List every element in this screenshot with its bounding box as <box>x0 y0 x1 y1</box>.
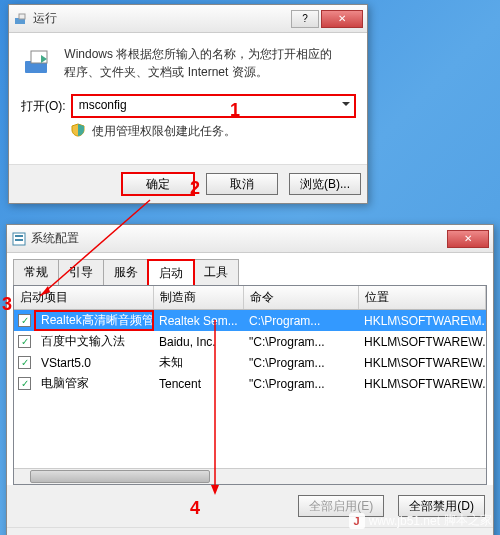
admin-notice-row: 使用管理权限创建此任务。 <box>71 123 355 140</box>
run-icon <box>13 11 29 27</box>
open-field-row: 打开(O): msconfig <box>21 95 355 117</box>
col-item[interactable]: 启动项目 <box>14 286 154 309</box>
cell-cmd: "C:\Program... <box>243 376 358 392</box>
cancel-button[interactable]: 取消 <box>206 173 278 195</box>
ok-button[interactable]: 确定 <box>122 173 194 195</box>
open-value: msconfig <box>79 98 127 112</box>
shield-icon <box>71 123 85 137</box>
msconfig-close-button[interactable]: ✕ <box>447 230 489 248</box>
msconfig-titlebar[interactable]: 系统配置 ✕ <box>7 225 493 253</box>
msconfig-icon <box>11 231 27 247</box>
run-body: Windows 将根据您所输入的名称，为您打开相应的程序、文件夹、文档或 Int… <box>9 33 367 164</box>
cell-mfr: Tencent <box>153 376 243 392</box>
startup-list: 启动项目 制造商 命令 位置 ✓Realtek高清晰音频管理器Realtek S… <box>13 285 487 485</box>
tab-startup[interactable]: 启动 <box>148 260 194 286</box>
open-label: 打开(O): <box>21 98 66 115</box>
col-cmd[interactable]: 命令 <box>244 286 359 309</box>
svg-rect-3 <box>31 51 47 63</box>
msconfig-title: 系统配置 <box>31 230 445 247</box>
checkbox[interactable]: ✓ <box>18 335 31 348</box>
cell-item: Realtek高清晰音频管理器 <box>35 311 153 330</box>
table-row[interactable]: ✓VStart5.0未知"C:\Program...HKLM\SOFTWARE\… <box>14 352 486 373</box>
horizontal-scrollbar[interactable] <box>14 468 486 484</box>
cell-mfr: 未知 <box>153 353 243 372</box>
watermark-logo: J <box>349 513 365 529</box>
checkbox[interactable]: ✓ <box>18 356 31 369</box>
open-combobox[interactable]: msconfig <box>72 95 355 117</box>
col-loc[interactable]: 位置 <box>359 286 486 309</box>
checkbox[interactable]: ✓ <box>18 377 31 390</box>
cell-mfr: Baidu, Inc. <box>153 334 243 350</box>
cell-cmd: C:\Program... <box>243 313 358 329</box>
cell-item: VStart5.0 <box>35 355 153 371</box>
cell-loc: HKLM\SOFTWARE\W... <box>358 376 486 392</box>
watermark: J www.jb51.net 脚本之家 <box>349 512 492 529</box>
cell-cmd: "C:\Program... <box>243 355 358 371</box>
run-titlebar[interactable]: 运行 ? ✕ <box>9 5 367 33</box>
cell-loc: HKLM\SOFTWARE\W... <box>358 355 486 371</box>
msconfig-tabs: 常规 引导 服务 启动 工具 <box>7 253 493 285</box>
table-row[interactable]: ✓电脑管家Tencent"C:\Program...HKLM\SOFTWARE\… <box>14 373 486 394</box>
cell-cmd: "C:\Program... <box>243 334 358 350</box>
svg-rect-5 <box>15 235 23 237</box>
help-button[interactable]: ? <box>291 10 319 28</box>
table-row[interactable]: ✓百度中文输入法Baidu, Inc."C:\Program...HKLM\SO… <box>14 331 486 352</box>
admin-notice: 使用管理权限创建此任务。 <box>92 124 236 138</box>
cell-item: 百度中文输入法 <box>35 332 153 351</box>
cell-item: 电脑管家 <box>35 374 153 393</box>
browse-button[interactable]: 浏览(B)... <box>289 173 361 195</box>
table-row[interactable]: ✓Realtek高清晰音频管理器Realtek Sem...C:\Program… <box>14 310 486 331</box>
checkbox[interactable]: ✓ <box>18 314 31 327</box>
column-headers: 启动项目 制造商 命令 位置 <box>14 286 486 310</box>
watermark-site: 脚本之家 <box>444 512 492 529</box>
svg-rect-1 <box>19 14 25 19</box>
col-mfr[interactable]: 制造商 <box>154 286 244 309</box>
scroll-thumb[interactable] <box>30 470 210 483</box>
startup-rows: ✓Realtek高清晰音频管理器Realtek Sem...C:\Program… <box>14 310 486 394</box>
run-dialog: 运行 ? ✕ Windows 将根据您所输入的名称，为您打开相应的程序、文件夹、… <box>8 4 368 204</box>
msconfig-dialog: 系统配置 ✕ 常规 引导 服务 启动 工具 启动项目 制造商 命令 位置 ✓Re… <box>6 224 494 535</box>
watermark-url: www.jb51.net <box>369 514 440 528</box>
chevron-down-icon[interactable] <box>342 102 350 110</box>
tab-boot[interactable]: 引导 <box>58 259 104 285</box>
run-button-row: 确定 取消 浏览(B)... <box>9 164 367 203</box>
tab-general[interactable]: 常规 <box>13 259 59 285</box>
cell-mfr: Realtek Sem... <box>153 313 243 329</box>
cell-loc: HKLM\SOFTWARE\W... <box>358 334 486 350</box>
run-title: 运行 <box>33 10 289 27</box>
close-button[interactable]: ✕ <box>321 10 363 28</box>
svg-rect-6 <box>15 239 23 241</box>
tab-services[interactable]: 服务 <box>103 259 149 285</box>
run-description: Windows 将根据您所输入的名称，为您打开相应的程序、文件夹、文档或 Int… <box>64 45 334 81</box>
tab-tools[interactable]: 工具 <box>193 259 239 285</box>
run-app-icon <box>21 45 53 77</box>
cell-loc: HKLM\SOFTWARE\M... <box>358 313 486 329</box>
